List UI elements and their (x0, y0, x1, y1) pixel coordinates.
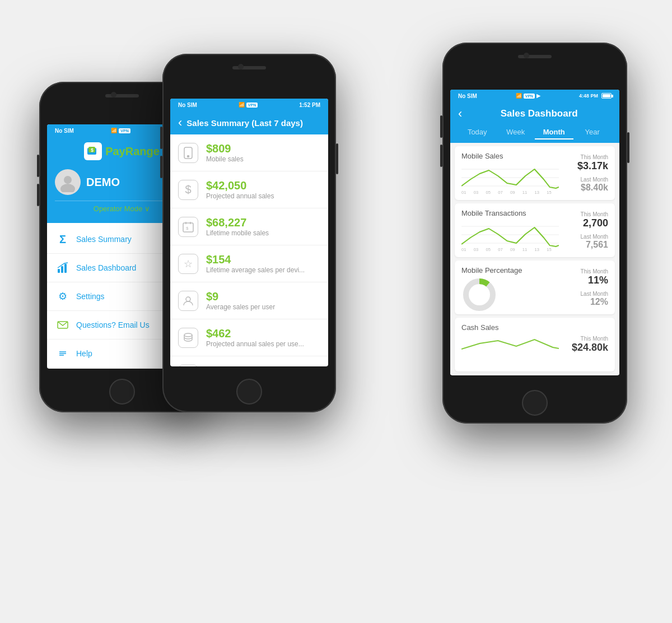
mobile-sales-label: Mobile sales (206, 155, 244, 163)
bluetooth-icon: ▶ (536, 93, 540, 99)
tab-week[interactable]: Week (497, 125, 535, 140)
cash-sales-value: $24.80k (563, 342, 608, 354)
this-month-label: This Month (563, 211, 608, 217)
time-display: 1:52 PM (299, 102, 320, 108)
vol-down-button[interactable] (37, 184, 39, 206)
home-button[interactable] (109, 379, 135, 405)
mobile-transactions-card: Mobile Transactions 01 03 05 07 (455, 203, 615, 257)
coins-icon (178, 328, 198, 348)
status-bar: No SIM 📶 VPN ▶ 4:48 PM (450, 90, 619, 102)
home-button[interactable] (522, 390, 548, 416)
projected-per-user-label: Projected annual sales per use... (206, 340, 304, 348)
projected-annual-value: $42,050 (206, 179, 274, 192)
svg-text:11: 11 (522, 190, 527, 194)
svg-text:07: 07 (498, 247, 502, 252)
transactions-this-month: 2,700 (563, 217, 608, 229)
mobile-sales-value: $809 (206, 142, 244, 155)
lifetime-mobile-label: Lifetime mobile sales (206, 229, 269, 237)
status-bar: No SIM 📶 VPN 1:52 PM (170, 99, 328, 111)
help-icon (55, 346, 71, 361)
tab-year[interactable]: Year (573, 125, 612, 140)
cash-sales-card: Cash Sales This Month $24.80k (455, 318, 615, 371)
svg-text:01: 01 (461, 247, 466, 252)
chart-icon (55, 260, 71, 276)
svg-text:09: 09 (510, 190, 515, 194)
card-title: Cash Sales (461, 323, 559, 332)
mobile-transactions-chart: 01 03 05 07 09 11 13 15 (461, 221, 559, 252)
time-display: 4:48 PM (579, 93, 598, 99)
mobile-icon (178, 143, 198, 163)
home-button[interactable] (236, 379, 262, 405)
list-item: $9 Average sales per user (170, 282, 328, 319)
this-month-label: This Month (563, 154, 608, 160)
battery-icon (601, 93, 612, 99)
sales-summary-screen: No SIM 📶 VPN 1:52 PM ‹ Sales Summary (La… (170, 99, 328, 366)
back-button[interactable]: ‹ (178, 115, 182, 130)
vpn-badge: VPN (524, 94, 535, 99)
this-month-label: This Month (563, 268, 608, 275)
svg-text:$: $ (186, 226, 189, 231)
svg-point-19 (186, 297, 190, 301)
lifetime-mobile-value: $68,227 (206, 216, 269, 229)
last-month-label: Last Month (563, 234, 608, 240)
carrier-text: No SIM (178, 102, 197, 108)
dashboard-screen: No SIM 📶 VPN ▶ 4:48 PM ‹ Sales Dashbo (450, 90, 619, 375)
vol-down-button[interactable] (440, 145, 442, 167)
svg-text:13: 13 (535, 247, 539, 252)
status-icons: 📶 VPN (111, 128, 130, 133)
vol-up-button[interactable] (37, 155, 39, 177)
svg-text:09: 09 (510, 247, 515, 252)
donut-chart (461, 278, 559, 309)
star-icon: ☆ (178, 254, 198, 274)
speaker (105, 94, 139, 97)
phone-sales-summary: No SIM 📶 VPN 1:52 PM ‹ Sales Summary (La… (162, 54, 336, 412)
operator-mode-toggle[interactable]: Operator Mode ∨ (94, 201, 150, 216)
this-month-label: This Month (563, 336, 608, 342)
vol-up-button[interactable] (160, 127, 162, 149)
email-icon (55, 317, 71, 333)
vpn-badge: VPN (119, 128, 130, 133)
projected-per-user-value: $462 (206, 327, 304, 340)
card-title: Mobile Transactions (461, 209, 559, 217)
mobile-sales-this-month: $3.17k (563, 160, 608, 172)
svg-text:05: 05 (486, 190, 491, 194)
tab-today[interactable]: Today (458, 125, 497, 140)
period-tabs: Today Week Month Year (450, 125, 619, 143)
status-icons: 📶 VPN ▶ (516, 93, 540, 99)
wifi-icon: 📶 (239, 102, 245, 108)
logo-text: PayRange (105, 145, 160, 158)
carrier-text: No SIM (55, 128, 74, 134)
svg-point-44 (466, 281, 493, 308)
projected-annual-label: Projected annual sales (206, 192, 274, 200)
svg-text:11: 11 (522, 247, 527, 252)
last-month-label: Last Month (563, 176, 608, 183)
svg-text:03: 03 (474, 247, 478, 252)
avg-per-user-label: Average sales per user (206, 303, 275, 311)
vol-down-button[interactable] (160, 156, 162, 178)
chevron-down-icon: ∨ (144, 204, 150, 213)
calendar-dollar-icon: $ (178, 217, 198, 237)
sigma-icon: Σ (55, 231, 71, 247)
dollar-icon: $ (178, 180, 198, 200)
gear-icon: ⚙ (55, 289, 71, 304)
vol-up-button[interactable] (440, 115, 442, 138)
username: DEMO (86, 176, 120, 189)
dashboard-cards: Mobile Sales 01 03 (450, 143, 619, 375)
svg-point-3 (64, 176, 72, 184)
svg-rect-5 (58, 269, 60, 273)
svg-text:15: 15 (547, 247, 551, 252)
page-title: Sales Dashboard (466, 108, 612, 119)
card-title: Mobile Sales (461, 152, 559, 160)
percentage-last-month: 12% (563, 297, 608, 307)
svg-text:05: 05 (486, 247, 491, 252)
user-icon (178, 291, 198, 311)
power-button[interactable] (627, 132, 629, 163)
svg-text:$: $ (91, 147, 94, 153)
front-camera (111, 92, 116, 97)
tab-month[interactable]: Month (535, 125, 573, 140)
front-camera (524, 53, 529, 58)
power-button[interactable] (336, 143, 338, 174)
dashboard-header: ‹ Sales Dashboard (450, 102, 619, 125)
back-button[interactable]: ‹ (458, 106, 462, 121)
mobile-percentage-card: Mobile Percentage This Month 1 (455, 261, 615, 314)
